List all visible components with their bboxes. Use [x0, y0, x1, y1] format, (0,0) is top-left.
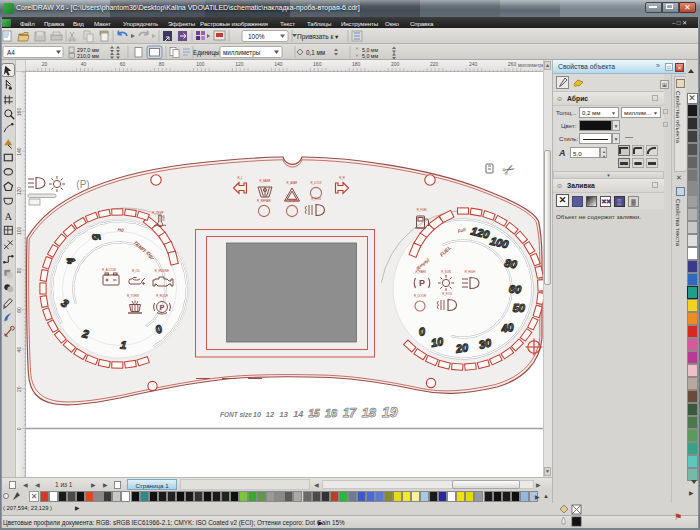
svg-text:R_TEMP: R_TEMP: [152, 211, 163, 215]
svg-text:200: 200: [391, 61, 400, 67]
svg-text:15: 15: [308, 408, 320, 419]
svg-text:140: 140: [274, 61, 283, 67]
svg-text:R_FOG: R_FOG: [311, 197, 321, 201]
svg-text:R_ENGINE: R_ENGINE: [155, 269, 169, 273]
svg-text:R_TORM: R_TORM: [127, 294, 139, 298]
svg-text:10: 10: [253, 411, 261, 418]
svg-text:R_PARK: R_PARK: [416, 270, 427, 274]
svg-text:20: 20: [454, 341, 470, 355]
svg-text:R_FOG: R_FOG: [442, 292, 452, 296]
svg-text:P: P: [419, 278, 425, 288]
svg-text:100: 100: [196, 61, 205, 67]
svg-text:R_FUEL: R_FUEL: [417, 208, 428, 212]
svg-text:16: 16: [325, 407, 338, 419]
svg-text:Нд: Нд: [117, 227, 124, 233]
svg-text:1: 1: [120, 339, 127, 351]
svg-text:P: P: [159, 303, 164, 312]
svg-text:17: 17: [343, 406, 358, 420]
svg-text:140: 140: [16, 147, 22, 156]
svg-text:✂: ✂: [499, 159, 518, 180]
svg-text:260: 260: [508, 61, 517, 67]
svg-text:60: 60: [16, 307, 22, 313]
svg-text:13: 13: [279, 410, 288, 419]
svg-text:40: 40: [500, 321, 516, 335]
svg-text:R_ALARM: R_ALARM: [285, 199, 299, 203]
svg-text:14: 14: [293, 409, 303, 419]
svg-text:50: 50: [513, 302, 526, 314]
svg-text:R_RUCH: R_RUCH: [156, 294, 168, 298]
svg-text:R_SUN: R_SUN: [441, 270, 450, 274]
svg-text:240: 240: [469, 61, 478, 67]
svg-text:80: 80: [16, 267, 22, 273]
svg-text:0: 0: [16, 427, 22, 430]
svg-text:R_AVAR: R_AVAR: [287, 181, 298, 185]
svg-text:R_DOOR: R_DOOR: [414, 294, 426, 298]
svg-text:160: 160: [313, 61, 322, 67]
svg-text:R_LOCK: R_LOCK: [310, 181, 321, 185]
svg-text:20: 20: [42, 61, 48, 67]
svg-text:FONT size: FONT size: [220, 411, 252, 418]
svg-text:60: 60: [120, 61, 126, 67]
svg-text:18: 18: [362, 405, 377, 420]
svg-text:R_OIL: R_OIL: [132, 269, 141, 273]
svg-text:120: 120: [235, 61, 244, 67]
svg-text:40: 40: [81, 61, 87, 67]
svg-text:R_REPAIR: R_REPAIR: [257, 199, 271, 203]
svg-text:80: 80: [159, 61, 165, 67]
svg-text:180: 180: [352, 61, 361, 67]
svg-text:R_ACCUM: R_ACCUM: [102, 268, 117, 272]
svg-text:160: 160: [16, 108, 22, 117]
svg-text:120: 120: [16, 187, 22, 196]
svg-text:60: 60: [508, 282, 522, 295]
svg-text:100: 100: [16, 226, 22, 235]
svg-text:19: 19: [382, 404, 398, 420]
svg-text:R_L: R_L: [237, 176, 243, 180]
svg-text:220: 220: [430, 61, 439, 67]
svg-text:12: 12: [266, 410, 275, 419]
svg-text:(P): (P): [76, 179, 89, 190]
svg-text:R_HIGH: R_HIGH: [465, 270, 476, 274]
svg-text:40: 40: [16, 347, 22, 353]
svg-text:20: 20: [16, 386, 22, 392]
svg-text:R_BABR: R_BABR: [259, 179, 270, 183]
svg-text:миллиметры: миллиметры: [518, 63, 545, 68]
svg-text:R_R: R_R: [339, 176, 345, 180]
